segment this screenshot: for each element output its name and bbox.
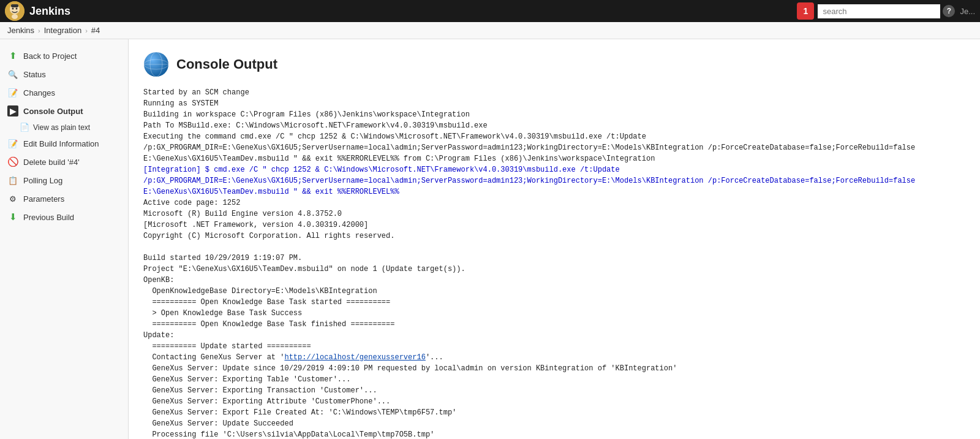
notification-badge[interactable]: 1 [797,2,814,20]
delete-build-icon: 🚫 [7,156,18,167]
breadcrumb-build-num[interactable]: #4 [91,26,100,35]
sidebar-label-console-output: Console Output [23,107,83,116]
topbar: Jenkins 1 ? Je... [0,0,980,22]
breadcrumb-sep-2: › [85,27,88,34]
sidebar-label-view-plain: View as plain text [33,123,90,132]
plain-text-icon: 📄 [20,123,29,132]
sidebar-label-previous-build: Previous Build [23,213,74,222]
main-layout: ⬆ Back to Project 🔍 Status 📝 Changes ▶ C… [0,39,980,439]
breadcrumb-sep-1: › [38,27,40,34]
jenkins-title: Jenkins [29,5,70,18]
sidebar-item-parameters[interactable]: ⚙ Parameters [0,189,128,208]
sidebar: ⬆ Back to Project 🔍 Status 📝 Changes ▶ C… [0,39,129,439]
back-to-project-icon: ⬆ [7,50,18,61]
edit-build-icon: 📝 [7,138,18,149]
parameters-icon: ⚙ [7,193,18,204]
svg-point-2 [12,8,14,10]
previous-build-icon: ⬇ [7,212,18,223]
sidebar-item-polling-log[interactable]: 📋 Polling Log [0,171,128,189]
breadcrumb-integration[interactable]: Integration [44,26,81,35]
sidebar-item-console-output[interactable]: ▶ Console Output [0,102,128,120]
sidebar-label-delete-build: Delete build '#4' [23,158,80,167]
topbar-username: Je... [960,7,975,16]
content-area: Console Output Started by an SCM change … [129,39,980,439]
page-title-area: Console Output [143,52,965,77]
svg-rect-4 [11,4,18,7]
help-icon[interactable]: ? [943,5,955,17]
sidebar-label-polling-log: Polling Log [23,176,62,185]
status-icon: 🔍 [7,69,18,80]
polling-log-icon: 📋 [7,175,18,186]
page-title: Console Output [176,56,277,72]
sidebar-item-delete-build[interactable]: 🚫 Delete build '#4' [0,153,128,171]
breadcrumb: Jenkins › Integration › #4 [0,22,980,39]
sidebar-item-status[interactable]: 🔍 Status [0,65,128,83]
changes-icon: 📝 [7,87,18,98]
console-output-text: Started by an SCM change Running as SYST… [143,87,965,439]
search-input[interactable] [818,4,940,18]
breadcrumb-jenkins[interactable]: Jenkins [7,26,34,35]
sidebar-item-previous-build[interactable]: ⬇ Previous Build [0,208,128,226]
sidebar-item-view-as-plain-text[interactable]: 📄 View as plain text [0,120,128,134]
jenkins-logo [5,1,24,21]
svg-point-5 [12,14,18,19]
sidebar-item-changes[interactable]: 📝 Changes [0,83,128,102]
sidebar-label-back-to-project: Back to Project [23,52,77,61]
console-output-icon: ▶ [7,105,18,116]
logo-area: Jenkins [5,1,70,21]
sidebar-label-changes: Changes [23,88,55,97]
sidebar-item-back-to-project[interactable]: ⬆ Back to Project [0,47,128,65]
sidebar-label-status: Status [23,70,46,79]
console-output-globe-icon [143,52,169,77]
sidebar-label-edit-build: Edit Build Information [23,139,99,148]
sidebar-label-parameters: Parameters [23,194,64,204]
svg-point-3 [16,8,18,10]
sidebar-item-edit-build-info[interactable]: 📝 Edit Build Information [0,134,128,153]
